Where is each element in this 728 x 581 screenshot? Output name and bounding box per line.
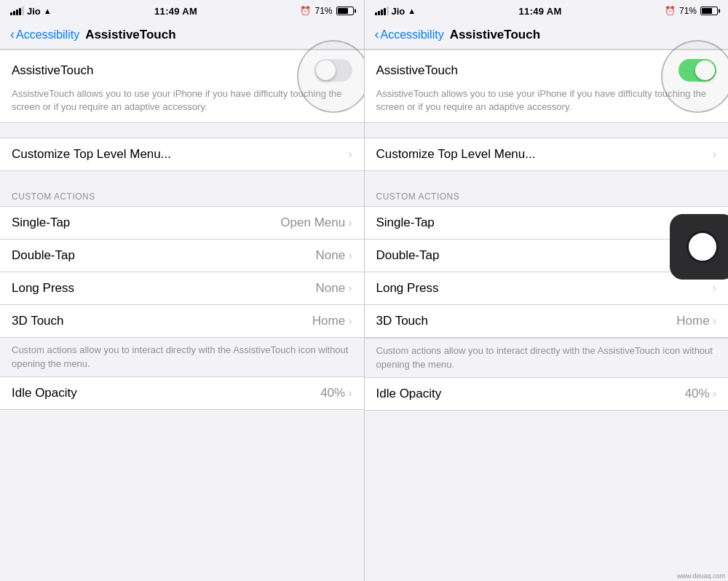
right-customize-label: Customize Top Level Menu... [376,147,536,162]
right-nav-back[interactable]: ‹ Accessibility [375,28,444,42]
right-toggle-knob [695,60,715,80]
signal-bar-3 [16,9,18,15]
right-single-tap-chevron-icon: › [713,216,716,229]
left-action-double-tap[interactable]: Double-Tap None › [0,240,364,272]
right-signal-bar-2 [378,11,380,15]
left-long-press-chevron-icon: › [348,282,352,295]
right-single-tap-value: O [700,216,709,230]
right-customize-section: Customize Top Level Menu... › [365,138,729,171]
right-action-double-tap[interactable]: Double-Tap No › [365,240,729,272]
right-status-right: ⏰ 71% [665,6,718,16]
right-idle-row[interactable]: Idle Opacity 40% › [365,378,729,410]
left-customize-row[interactable]: Customize Top Level Menu... › [0,138,364,170]
phones-container: Jio ▲ 11:49 AM ⏰ 71% ‹ Accessibility Ass… [0,0,728,581]
right-customize-chevron-icon: › [713,148,716,161]
left-3d-touch-right: Home › [312,314,352,328]
left-3d-touch-label: 3D Touch [12,314,64,328]
right-phone: Jio ▲ 11:49 AM ⏰ 71% ‹ Accessibility Ass… [365,0,729,581]
left-signal-bars [10,7,24,15]
left-back-chevron-icon: ‹ [10,27,15,42]
left-toggle-description: AssistiveTouch allows you to use your iP… [12,87,352,114]
signal-bar-1 [10,12,12,15]
right-customize-row[interactable]: Customize Top Level Menu... › [365,138,729,170]
left-phone: Jio ▲ 11:49 AM ⏰ 71% ‹ Accessibility Ass… [0,0,365,581]
right-carrier: Jio [392,6,405,17]
right-status-left: Jio ▲ [375,6,416,17]
left-battery-fill [338,8,348,14]
left-long-press-right: None › [316,281,352,296]
left-action-single-tap[interactable]: Single-Tap Open Menu › [0,207,364,240]
signal-bar-2 [13,11,15,15]
left-carrier: Jio [27,6,41,17]
left-toggle-row: AssistiveTouch [12,59,352,82]
right-custom-actions-header: CUSTOM ACTIONS [365,186,729,206]
right-back-chevron-icon: ‹ [375,27,379,42]
right-3d-touch-chevron-icon: › [713,315,716,328]
left-idle-chevron-icon: › [348,387,352,400]
left-back-label: Accessibility [16,28,79,42]
right-action-long-press[interactable]: Long Press › [365,272,729,305]
right-custom-actions-section: CUSTOM ACTIONS Single-Tap O › Double-Tap… [365,186,729,339]
right-double-tap-right: No › [694,248,716,263]
left-single-tap-chevron-icon: › [348,216,352,229]
right-battery-fill [702,8,712,14]
right-status-bar: Jio ▲ 11:49 AM ⏰ 71% [365,0,729,20]
left-nav-back[interactable]: ‹ Accessibility [10,28,79,42]
left-single-tap-value: Open Menu [280,216,345,230]
right-action-single-tap[interactable]: Single-Tap O › [365,207,729,240]
right-idle-section: Idle Opacity 40% › [365,377,729,411]
right-toggle-label: AssistiveTouch [376,63,458,78]
right-long-press-label: Long Press [376,281,439,296]
right-double-tap-label: Double-Tap [376,248,440,263]
right-toggle-description: AssistiveTouch allows you to use your iP… [376,87,717,114]
right-idle-value: 40% [685,387,710,401]
right-footer-text: Custom actions allow you to interact dir… [365,339,729,376]
signal-bar-5 [22,7,24,15]
left-battery-percent: 71% [314,6,332,16]
left-status-right: ⏰ 71% [300,6,353,16]
left-long-press-value: None [316,281,346,296]
right-3d-touch-label: 3D Touch [376,314,429,328]
left-toggle-section: AssistiveTouch AssistiveTouch allows you… [0,50,364,123]
right-signal-bar-5 [387,7,389,15]
left-nav-bar: ‹ Accessibility AssistiveTouch [0,20,364,50]
right-signal-bars [375,7,389,15]
right-wifi-icon: ▲ [408,7,416,15]
right-nav-title: AssistiveTouch [450,28,540,42]
left-action-3d-touch[interactable]: 3D Touch Home › [0,305,364,337]
right-battery-percent: 71% [679,6,697,16]
left-battery-icon [336,7,354,15]
right-time: 11:49 AM [519,6,562,17]
left-nav-title: AssistiveTouch [85,28,175,42]
left-idle-row[interactable]: Idle Opacity 40% › [0,377,364,409]
right-3d-touch-right: Home › [676,314,716,328]
left-action-long-press[interactable]: Long Press None › [0,272,364,305]
right-battery-icon [700,7,718,15]
left-toggle-switch[interactable] [314,59,352,82]
right-signal-bar-4 [384,8,386,15]
signal-bar-4 [19,8,21,15]
left-3d-touch-value: Home [312,314,345,328]
right-idle-chevron-icon: › [713,387,716,400]
right-double-tap-value: No [694,248,710,263]
right-long-press-right: › [710,282,716,295]
left-idle-label: Idle Opacity [12,386,77,400]
left-wifi-icon: ▲ [44,7,52,15]
right-back-label: Accessibility [381,28,444,42]
right-long-press-chevron-icon: › [713,282,716,295]
left-footer-text: Custom actions allow you to interact dir… [0,338,364,376]
right-toggle-switch[interactable] [678,59,716,82]
right-alarm-icon: ⏰ [665,6,676,16]
left-double-tap-right: None › [316,248,352,263]
left-custom-actions-section: CUSTOM ACTIONS Single-Tap Open Menu › Do… [0,186,364,338]
right-action-3d-touch[interactable]: 3D Touch Home › [365,305,729,338]
left-toggle-knob [316,60,336,80]
left-actions-group: Single-Tap Open Menu › Double-Tap None ›… [0,206,364,338]
left-idle-value: 40% [320,386,345,400]
left-customize-section: Customize Top Level Menu... › [0,138,364,171]
left-double-tap-label: Double-Tap [12,248,75,263]
left-double-tap-chevron-icon: › [348,249,352,262]
right-toggle-section: AssistiveTouch AssistiveTouch allows you… [365,50,729,123]
right-idle-right: 40% › [685,387,716,401]
left-single-tap-label: Single-Tap [12,216,70,230]
